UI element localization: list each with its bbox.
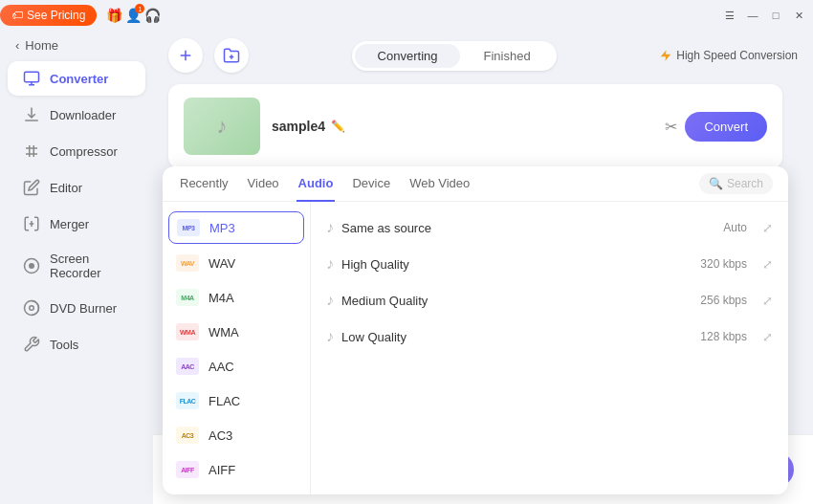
editor-icon: [23, 179, 40, 196]
svg-point-4: [30, 306, 34, 311]
quality-edit-medium[interactable]: ⤢: [762, 294, 773, 308]
quality-item-low[interactable]: ♪ Low Quality 128 kbps ⤢: [311, 318, 788, 355]
screen-recorder-label: Screen Recorder: [50, 252, 130, 280]
format-item-m4a[interactable]: M4A M4A: [163, 280, 310, 315]
add-file-button[interactable]: [168, 38, 203, 73]
maximize-button[interactable]: □: [769, 9, 782, 22]
quality-edit-low[interactable]: ⤢: [762, 330, 773, 344]
dropdown-inner: Recently Video Audio Device Web Video 🔍 …: [163, 166, 788, 494]
dropdown-body: MP3 MP3 WAV WAV M4A M4A WMA: [163, 202, 788, 494]
tab-recently[interactable]: Recently: [178, 166, 231, 202]
compressor-label: Compressor: [50, 144, 118, 159]
music-note-icon-q2: ♪: [326, 292, 334, 309]
wav-label: WAV: [209, 256, 235, 271]
quality-item-same[interactable]: ♪ Same as source Auto ⤢: [311, 209, 788, 246]
quality-edit-high[interactable]: ⤢: [762, 257, 773, 272]
aac-icon: AAC: [176, 358, 199, 375]
format-item-flac[interactable]: FLAC FLAC: [163, 383, 310, 418]
quality-value-high: 320 kbps: [700, 257, 747, 271]
tab-finished[interactable]: Finished: [460, 44, 553, 68]
high-speed-text: High Speed Conversion: [676, 49, 798, 62]
sidebar-item-dvd-burner[interactable]: DVD Burner: [8, 291, 145, 325]
gift-icon[interactable]: 🎁: [104, 6, 123, 25]
file-actions: ✂ Convert: [665, 112, 767, 142]
m4a-label: M4A: [209, 291, 234, 305]
svg-rect-0: [25, 72, 39, 82]
see-pricing-label: See Pricing: [27, 9, 85, 22]
format-item-ac3[interactable]: AC3 AC3: [163, 418, 310, 452]
user-icon[interactable]: 👤 1: [123, 6, 143, 25]
file-info: sample4 ✏️: [272, 119, 653, 134]
hamburger-icon[interactable]: ☰: [723, 9, 736, 22]
downloader-label: Downloader: [50, 108, 116, 122]
tab-web-video[interactable]: Web Video: [407, 166, 472, 202]
aiff-label: AIFF: [209, 463, 235, 477]
back-home-button[interactable]: ‹ Home: [0, 31, 153, 60]
search-placeholder: Search: [727, 177, 763, 190]
home-label: Home: [25, 38, 58, 53]
tab-device[interactable]: Device: [350, 166, 392, 202]
format-item-aiff[interactable]: AIFF AIFF: [163, 452, 310, 487]
edit-name-icon[interactable]: ✏️: [331, 120, 345, 133]
sidebar-item-tools[interactable]: Tools: [8, 327, 145, 362]
file-thumbnail: ♪: [184, 98, 260, 155]
aac-label: AAC: [209, 360, 234, 374]
mp3-icon: MP3: [177, 219, 200, 236]
tools-label: Tools: [50, 338, 78, 352]
convert-button[interactable]: Convert: [685, 112, 767, 142]
top-toolbar: Converting Finished High Speed Conversio…: [153, 31, 813, 80]
sidebar-item-screen-recorder[interactable]: Screen Recorder: [8, 243, 145, 289]
ac3-icon: AC3: [176, 427, 199, 444]
format-dropdown: Recently Video Audio Device Web Video 🔍 …: [163, 166, 788, 494]
quality-item-medium[interactable]: ♪ Medium Quality 256 kbps ⤢: [311, 282, 788, 318]
sidebar-item-downloader[interactable]: Downloader: [8, 98, 145, 132]
tag-icon: 🏷: [11, 9, 23, 22]
wav-icon: WAV: [176, 254, 199, 272]
tab-video[interactable]: Video: [246, 166, 281, 202]
quality-item-high[interactable]: ♪ High Quality 320 kbps ⤢: [311, 246, 788, 282]
lightning-icon: [659, 49, 672, 62]
main-content: Converting Finished High Speed Conversio…: [153, 0, 813, 504]
sidebar-item-editor[interactable]: Editor: [8, 170, 145, 205]
format-item-wma[interactable]: WMA WMA: [163, 315, 310, 349]
file-name: sample4 ✏️: [272, 119, 653, 134]
titlebar: 🏷 See Pricing 🎁 👤 1 🎧 ☰ — □ ✕: [0, 0, 813, 31]
sidebar: ‹ Home Converter Downloader Compressor E…: [0, 0, 153, 504]
converter-icon: [23, 70, 40, 87]
high-speed-label: High Speed Conversion: [659, 49, 798, 62]
tab-converting[interactable]: Converting: [355, 44, 461, 68]
quality-label-same: Same as source: [341, 221, 715, 235]
quality-edit-same[interactable]: ⤢: [762, 221, 773, 235]
format-tabs-row: Recently Video Audio Device Web Video 🔍 …: [163, 166, 788, 202]
headset-icon[interactable]: 🎧: [143, 6, 162, 25]
back-arrow-icon: ‹: [15, 38, 19, 53]
quality-value-low: 128 kbps: [700, 330, 747, 343]
see-pricing-button[interactable]: 🏷 See Pricing: [0, 5, 97, 26]
search-icon: 🔍: [709, 177, 723, 190]
add-file-icon: [177, 47, 194, 64]
file-name-text: sample4: [272, 119, 325, 134]
sidebar-item-merger[interactable]: Merger: [8, 207, 145, 241]
sidebar-item-compressor[interactable]: Compressor: [8, 134, 145, 168]
tab-audio[interactable]: Audio: [297, 166, 336, 202]
format-search-box[interactable]: 🔍 Search: [699, 173, 773, 194]
file-card: ♪ sample4 ✏️ ✂ Convert: [168, 84, 782, 168]
close-button[interactable]: ✕: [792, 9, 805, 22]
tools-icon: [23, 336, 40, 353]
quality-list: ♪ Same as source Auto ⤢ ♪ High Quality 3…: [311, 202, 788, 494]
quality-label-high: High Quality: [341, 257, 692, 272]
format-item-aac[interactable]: AAC AAC: [163, 349, 310, 383]
sidebar-item-converter[interactable]: Converter: [8, 61, 145, 96]
music-note-icon-q3: ♪: [326, 328, 334, 345]
format-item-wav[interactable]: WAV WAV: [163, 246, 310, 280]
screen-recorder-icon: [23, 257, 40, 274]
flac-label: FLAC: [209, 394, 240, 408]
mp3-label: MP3: [209, 221, 235, 235]
compressor-icon: [23, 142, 40, 160]
add-folder-button[interactable]: [214, 38, 249, 73]
scissors-icon[interactable]: ✂: [665, 118, 677, 136]
minimize-button[interactable]: —: [746, 9, 759, 22]
format-item-mp3[interactable]: MP3 MP3: [168, 211, 304, 244]
dvd-burner-label: DVD Burner: [50, 301, 117, 316]
merger-label: Merger: [50, 217, 89, 231]
